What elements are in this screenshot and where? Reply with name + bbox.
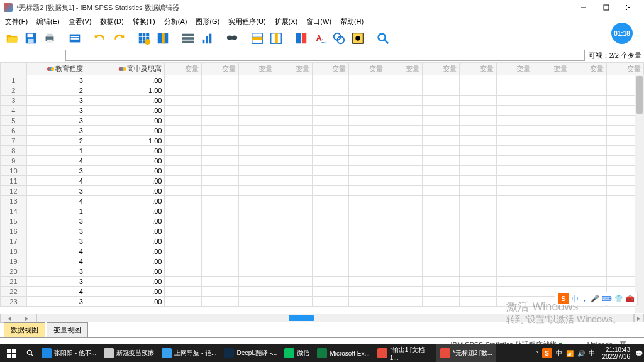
- cell[interactable]: [459, 206, 496, 216]
- cell[interactable]: [386, 246, 423, 256]
- cell[interactable]: .00: [86, 266, 165, 277]
- cell[interactable]: [386, 136, 423, 146]
- row-header[interactable]: 17: [1, 236, 27, 246]
- cell[interactable]: [275, 266, 313, 277]
- cell[interactable]: [238, 85, 275, 96]
- cell[interactable]: [459, 136, 496, 146]
- cell[interactable]: [459, 287, 496, 297]
- cell[interactable]: [349, 96, 386, 106]
- taskbar-item[interactable]: 新冠疫苗预擦: [100, 344, 158, 362]
- cell[interactable]: [349, 186, 386, 196]
- cell[interactable]: [496, 236, 533, 246]
- cell[interactable]: [275, 216, 313, 226]
- cell[interactable]: [533, 236, 570, 246]
- cell[interactable]: [570, 226, 607, 236]
- cell[interactable]: [349, 85, 386, 96]
- cell[interactable]: [570, 246, 607, 256]
- cell[interactable]: [165, 85, 202, 96]
- corner-header[interactable]: [1, 63, 27, 75]
- minimize-button[interactable]: [572, 1, 595, 14]
- cell[interactable]: [496, 126, 533, 136]
- taskbar-item[interactable]: *输出1 [文档1...: [374, 344, 436, 362]
- cell[interactable]: [202, 176, 239, 186]
- table-row[interactable]: 13.00: [1, 75, 644, 85]
- cell[interactable]: [238, 116, 275, 126]
- cell[interactable]: [386, 75, 423, 85]
- cell[interactable]: .00: [86, 126, 165, 136]
- table-row[interactable]: 123.00: [1, 186, 644, 196]
- cell[interactable]: [312, 297, 349, 307]
- recall-dialog-icon[interactable]: [67, 30, 83, 47]
- cell[interactable]: [496, 216, 533, 226]
- cell[interactable]: 3: [26, 297, 86, 307]
- cell[interactable]: .00: [86, 246, 165, 256]
- cell[interactable]: [202, 116, 239, 126]
- cell[interactable]: [312, 106, 349, 116]
- cell[interactable]: [275, 166, 313, 176]
- weight-icon[interactable]: A1↓: [312, 30, 328, 47]
- cell[interactable]: [533, 196, 570, 206]
- cell[interactable]: [423, 96, 460, 106]
- taskbar-item[interactable]: 微信: [280, 344, 313, 362]
- data-grid[interactable]: 教育程度高中及职高变量变量变量变量变量变量变量变量变量变量变量变量变量 13.0…: [0, 62, 644, 313]
- taskbar-item[interactable]: DeepL翻译 -...: [220, 344, 280, 362]
- col-header-empty[interactable]: 变量: [165, 63, 202, 75]
- cell[interactable]: [165, 246, 202, 256]
- cell[interactable]: [423, 246, 460, 256]
- cell[interactable]: [423, 297, 460, 307]
- cell[interactable]: [423, 146, 460, 156]
- row-header[interactable]: 4: [1, 106, 27, 116]
- cell[interactable]: .00: [86, 96, 165, 106]
- menu-item[interactable]: 图形(G): [193, 16, 222, 27]
- cell[interactable]: [423, 106, 460, 116]
- menu-item[interactable]: 数据(D): [97, 16, 126, 27]
- cell[interactable]: .00: [86, 116, 165, 126]
- cell[interactable]: [386, 96, 423, 106]
- cell[interactable]: [165, 186, 202, 196]
- col-header-empty[interactable]: 变量: [238, 63, 275, 75]
- row-header[interactable]: 12: [1, 186, 27, 196]
- cell[interactable]: [238, 236, 275, 246]
- cell[interactable]: [386, 106, 423, 116]
- cell[interactable]: [533, 156, 570, 166]
- cell[interactable]: [165, 116, 202, 126]
- cell[interactable]: [238, 186, 275, 196]
- cell[interactable]: [386, 256, 423, 266]
- cell[interactable]: [423, 116, 460, 126]
- cell[interactable]: [570, 206, 607, 216]
- cell[interactable]: [312, 196, 349, 206]
- cell[interactable]: [238, 277, 275, 287]
- cell[interactable]: [202, 277, 239, 287]
- cell[interactable]: [533, 216, 570, 226]
- cell[interactable]: [312, 136, 349, 146]
- cell[interactable]: [312, 256, 349, 266]
- cell[interactable]: [165, 277, 202, 287]
- cell[interactable]: [533, 206, 570, 216]
- ime-toolbar[interactable]: S 中 ， 🎤 ⌨ 👕 🧰: [555, 292, 638, 305]
- cell[interactable]: [165, 236, 202, 246]
- cell[interactable]: 4: [26, 256, 86, 266]
- table-row[interactable]: 94.00: [1, 156, 644, 166]
- cell[interactable]: [459, 216, 496, 226]
- cell[interactable]: .00: [86, 186, 165, 196]
- col-header-empty[interactable]: 变量: [349, 63, 386, 75]
- cell[interactable]: [275, 116, 313, 126]
- cell[interactable]: [386, 116, 423, 126]
- cell[interactable]: [165, 146, 202, 156]
- cell[interactable]: [533, 166, 570, 176]
- table-row[interactable]: 103.00: [1, 166, 644, 176]
- cell[interactable]: [275, 136, 313, 146]
- cell[interactable]: [386, 277, 423, 287]
- cell[interactable]: [459, 85, 496, 96]
- cell[interactable]: [238, 246, 275, 256]
- table-row[interactable]: 141.00: [1, 206, 644, 216]
- cell[interactable]: [165, 156, 202, 166]
- cell[interactable]: [533, 186, 570, 196]
- cell[interactable]: [423, 186, 460, 196]
- col-header-empty[interactable]: 变量: [423, 63, 460, 75]
- cell[interactable]: [496, 186, 533, 196]
- cell[interactable]: [202, 246, 239, 256]
- cell[interactable]: 3: [26, 106, 86, 116]
- cell[interactable]: [533, 226, 570, 236]
- cell[interactable]: .00: [86, 146, 165, 156]
